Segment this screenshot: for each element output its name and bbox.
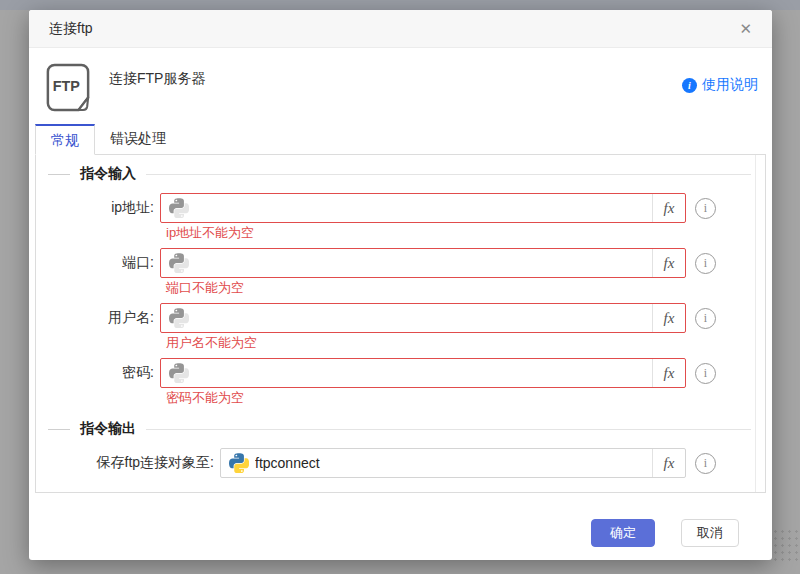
python-icon xyxy=(169,308,189,328)
field-row-ip: ip地址: fx i xyxy=(36,193,765,223)
username-label: 用户名: xyxy=(36,309,160,327)
fx-button[interactable]: fx xyxy=(652,449,685,477)
info-icon[interactable]: i xyxy=(695,198,716,219)
tab-error-handling[interactable]: 错误处理 xyxy=(95,124,181,155)
tab-content-panel: 指令输入 ip地址: fx i ip地址不能为空 端口: xyxy=(35,155,766,493)
tab-bar: 常规 错误处理 xyxy=(35,124,766,155)
field-row-port: 端口: fx i xyxy=(36,248,765,278)
port-label: 端口: xyxy=(36,254,160,272)
python-icon xyxy=(229,453,249,473)
fx-button[interactable]: fx xyxy=(652,194,685,222)
scrollbar-track[interactable] xyxy=(755,155,756,492)
fx-button[interactable]: fx xyxy=(652,249,685,277)
info-icon[interactable]: i xyxy=(695,453,716,474)
field-row-output: 保存ftp连接对象至: fx i xyxy=(36,448,765,478)
section-header-input: 指令输入 xyxy=(48,165,751,183)
background-page-strip xyxy=(0,0,800,10)
dialog-title: 连接ftp xyxy=(49,20,93,38)
ok-button[interactable]: 确定 xyxy=(591,519,655,547)
port-input-group: fx xyxy=(160,248,686,278)
password-input[interactable] xyxy=(195,360,652,386)
output-label: 保存ftp连接对象至: xyxy=(36,454,220,472)
port-input[interactable] xyxy=(195,250,652,276)
usage-help-label: 使用说明 xyxy=(702,76,758,94)
fx-button[interactable]: fx xyxy=(652,359,685,387)
password-error-text: 密码不能为空 xyxy=(166,390,765,406)
usage-help-link[interactable]: i 使用说明 xyxy=(682,76,758,94)
ftp-icon-text: FTP xyxy=(53,78,81,94)
python-icon xyxy=(169,198,189,218)
username-input-group: fx xyxy=(160,303,686,333)
username-input[interactable] xyxy=(195,305,652,331)
section-header-output: 指令输出 xyxy=(48,420,751,438)
output-input[interactable] xyxy=(255,450,652,476)
background-canvas-dots xyxy=(772,528,798,564)
field-row-password: 密码: fx i xyxy=(36,358,765,388)
field-row-username: 用户名: fx i xyxy=(36,303,765,333)
password-label: 密码: xyxy=(36,364,160,382)
ftp-file-icon: FTP xyxy=(45,62,91,114)
dialog-header: 连接ftp ✕ xyxy=(29,10,772,48)
close-icon[interactable]: ✕ xyxy=(739,21,752,36)
info-filled-icon: i xyxy=(682,78,697,93)
info-icon[interactable]: i xyxy=(695,308,716,329)
ip-label: ip地址: xyxy=(36,199,160,217)
fx-button[interactable]: fx xyxy=(652,304,685,332)
python-icon xyxy=(169,253,189,273)
command-info-row: FTP 连接FTP服务器 i 使用说明 xyxy=(45,60,760,118)
python-icon xyxy=(169,363,189,383)
ip-input-group: fx xyxy=(160,193,686,223)
command-name: 连接FTP服务器 xyxy=(109,70,205,88)
ip-error-text: ip地址不能为空 xyxy=(166,225,765,241)
info-icon[interactable]: i xyxy=(695,363,716,384)
modal-backdrop: 连接ftp ✕ FTP 连接FTP服务器 i 使用说明 常规 错误处理 xyxy=(0,0,800,574)
connect-ftp-dialog: 连接ftp ✕ FTP 连接FTP服务器 i 使用说明 常规 错误处理 xyxy=(29,10,772,560)
cancel-button[interactable]: 取消 xyxy=(681,519,739,547)
info-icon[interactable]: i xyxy=(695,253,716,274)
ip-input[interactable] xyxy=(195,195,652,221)
dialog-footer: 确定 取消 xyxy=(29,493,772,547)
tab-general[interactable]: 常规 xyxy=(35,124,95,155)
password-input-group: fx xyxy=(160,358,686,388)
section-title-input: 指令输入 xyxy=(80,165,136,183)
section-title-output: 指令输出 xyxy=(80,420,136,438)
username-error-text: 用户名不能为空 xyxy=(166,335,765,351)
output-input-group: fx xyxy=(220,448,686,478)
port-error-text: 端口不能为空 xyxy=(166,280,765,296)
